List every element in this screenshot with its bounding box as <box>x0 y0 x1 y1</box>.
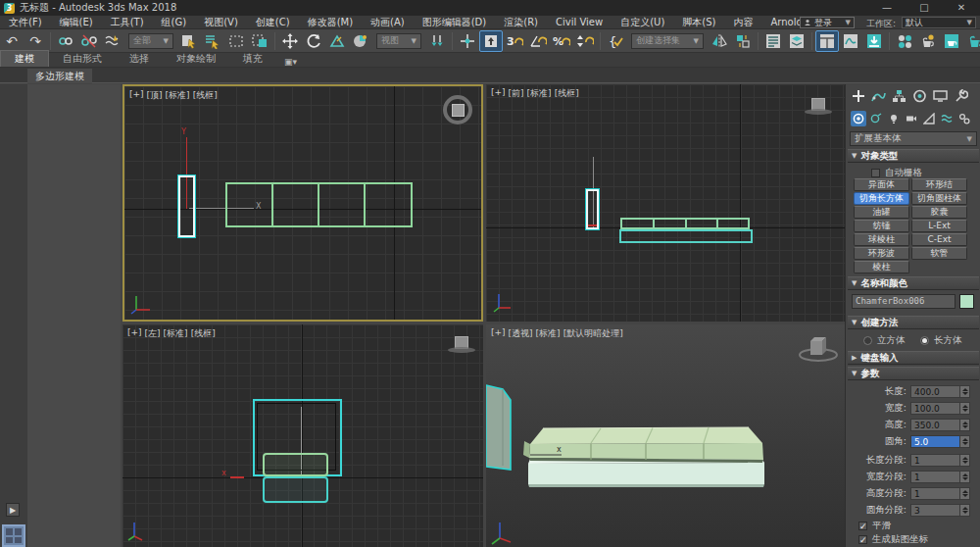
fillet-segs-spinner[interactable] <box>959 504 970 517</box>
button-torus-knot[interactable]: 环形结 <box>911 178 967 191</box>
height-segs-spinner[interactable] <box>959 487 970 500</box>
helpers-category-icon[interactable] <box>921 111 937 126</box>
button-chamferbox[interactable]: 切角长方体 <box>854 192 909 205</box>
lights-category-icon[interactable] <box>886 111 902 126</box>
sofa-base-front[interactable] <box>528 463 764 484</box>
menu-tools[interactable]: 工具(T) <box>102 16 153 29</box>
viewport-front-view-label[interactable]: [前] <box>509 87 524 100</box>
viewport-front[interactable]: [+] [前] [标准] [线框] <box>486 84 845 322</box>
viewport-persp-standard-label[interactable]: [标准] <box>536 327 561 340</box>
menu-group[interactable]: 组(G) <box>153 16 196 29</box>
window-crossing-toggle-icon[interactable] <box>248 30 271 52</box>
selected-chamferbox-3d[interactable] <box>486 385 511 470</box>
angle-snap-toggle-icon[interactable] <box>526 30 550 52</box>
viewport-perspective[interactable]: [+] [透视] [标准] [默认明暗处理] <box>486 324 845 547</box>
reference-coordinate-pie-icon[interactable] <box>349 30 372 52</box>
viewport-top-view-label[interactable]: [顶] <box>147 89 163 102</box>
rollout-parameters[interactable]: ▼ 参数 <box>848 367 979 380</box>
menu-create[interactable]: 创建(C) <box>247 16 299 29</box>
rollout-keyboard-entry[interactable]: ▶ 键盘输入 <box>848 351 979 365</box>
viewcube[interactable] <box>800 337 837 361</box>
shapes-category-icon[interactable] <box>868 111 884 126</box>
sofa-base-wire[interactable] <box>619 229 753 243</box>
fillet-segs-field[interactable]: 3 <box>910 504 959 517</box>
snaps-toggle-3d-icon[interactable]: 3 <box>503 30 526 52</box>
toggle-layer-explorer-icon[interactable] <box>785 30 808 52</box>
schematic-view-icon[interactable] <box>862 30 886 52</box>
button-hedra[interactable]: 异面体 <box>854 178 909 191</box>
viewport-top[interactable]: [+] [顶] [标准] [线框] Y X <box>122 84 483 322</box>
sofa-cushions-wire[interactable] <box>620 218 750 229</box>
display-tab-icon[interactable] <box>932 87 949 105</box>
ribbon-tab-object-paint[interactable]: 对象绘制 <box>163 51 229 67</box>
select-object-icon[interactable] <box>177 30 201 52</box>
gen-mapping-checkbox-row[interactable]: ✓ 生成贴图坐标 <box>858 533 928 546</box>
selected-chamferbox-wire[interactable] <box>586 189 599 229</box>
object-name-field[interactable]: ChamferBox006 <box>852 294 956 309</box>
select-and-link-icon[interactable] <box>54 30 77 52</box>
button-hose[interactable]: 软管 <box>911 247 967 260</box>
close-button[interactable]: ✕ <box>943 0 980 16</box>
menu-modifiers[interactable]: 修改器(M) <box>299 16 362 29</box>
length-spinner[interactable] <box>959 385 970 398</box>
selection-filter-dropdown[interactable]: 全部 ▼ <box>128 33 173 49</box>
rollout-creation-method[interactable]: ▼ 创建方法 <box>848 316 979 329</box>
use-pivot-point-center-icon[interactable] <box>425 30 449 52</box>
viewport-top-shading-label[interactable]: [线框] <box>193 89 218 102</box>
width-segs-spinner[interactable] <box>959 471 970 483</box>
ribbon-tab-freeform[interactable]: 自由形式 <box>49 51 116 67</box>
minimize-button[interactable]: — <box>868 0 906 16</box>
toggle-scene-explorer-icon[interactable] <box>761 30 785 52</box>
modify-tab-icon[interactable] <box>870 87 887 105</box>
fillet-field[interactable]: 5.0 <box>910 435 959 448</box>
autogrid-checkbox[interactable] <box>871 169 880 177</box>
viewport-left[interactable]: [+] [左] [标准] [线框] x <box>122 324 483 547</box>
button-l-ext[interactable]: L-Ext <box>911 220 967 232</box>
viewport-layout-tabs-arrow-button[interactable]: ▶ <box>6 503 20 517</box>
viewport-top-standard-label[interactable]: [标准] <box>166 89 190 102</box>
smooth-checkbox[interactable]: ✓ <box>858 522 867 530</box>
polygon-modeling-panel[interactable]: 多边形建模 <box>27 69 92 83</box>
sofa-cushion-side-wire[interactable] <box>263 453 328 476</box>
button-capsule[interactable]: 胶囊 <box>911 206 967 219</box>
percent-snap-toggle-icon[interactable]: % <box>550 30 573 52</box>
ribbon-minimize-icon[interactable]: ▣▾ <box>284 57 297 67</box>
signin-dropdown[interactable]: 登录 ▼ <box>800 17 855 28</box>
sofa-cushions-wire[interactable] <box>225 182 413 227</box>
button-chamfercyl[interactable]: 切角圆柱体 <box>911 192 967 205</box>
space-warps-category-icon[interactable] <box>939 111 955 126</box>
render-setup-icon[interactable] <box>916 30 940 52</box>
menu-animation[interactable]: 动画(A) <box>362 16 414 29</box>
menu-scripting[interactable]: 脚本(S) <box>673 16 724 29</box>
edit-named-selection-sets-icon[interactable]: { <box>604 30 627 52</box>
keyboard-shortcut-override-toggle[interactable] <box>479 30 503 52</box>
cameras-category-icon[interactable] <box>904 111 919 126</box>
radio-cube[interactable]: 立方体 <box>863 334 906 347</box>
length-segs-spinner[interactable] <box>959 454 970 467</box>
workspace-dropdown[interactable]: 默认 ▼ <box>902 17 976 28</box>
radio-box[interactable]: 长方体 <box>920 334 962 347</box>
geometry-category-icon[interactable] <box>851 111 866 126</box>
object-color-swatch[interactable] <box>959 294 974 309</box>
gen-mapping-checkbox[interactable]: ✓ <box>858 535 867 544</box>
menu-rendering[interactable]: 渲染(R) <box>495 16 547 29</box>
button-ringwave[interactable]: 环形波 <box>854 247 909 260</box>
utilities-tab-icon[interactable] <box>953 87 969 105</box>
maximize-button[interactable]: □ <box>906 0 943 16</box>
bind-to-space-warp-icon[interactable] <box>101 30 124 52</box>
viewport-persp-menu-plus[interactable]: [+] <box>491 327 506 340</box>
viewport-layout-2x2-icon[interactable] <box>2 524 25 547</box>
menu-civil-view[interactable]: Civil View <box>547 16 612 29</box>
menu-content[interactable]: 内容 <box>724 16 761 29</box>
render-production-icon[interactable] <box>963 30 980 52</box>
ribbon-tab-modeling[interactable]: 建模 <box>0 50 49 67</box>
viewport-left-menu-plus[interactable]: [+] <box>127 327 142 340</box>
sofa-base-side-wire[interactable] <box>263 476 328 503</box>
hierarchy-tab-icon[interactable] <box>891 87 907 105</box>
mirror-icon[interactable] <box>708 30 731 52</box>
select-and-manipulate-icon[interactable] <box>456 30 479 52</box>
width-segs-field[interactable]: 1 <box>910 471 959 483</box>
width-spinner[interactable] <box>959 402 970 415</box>
menu-views[interactable]: 视图(V) <box>195 16 247 29</box>
viewport-front-standard-label[interactable]: [标准] <box>527 87 552 100</box>
